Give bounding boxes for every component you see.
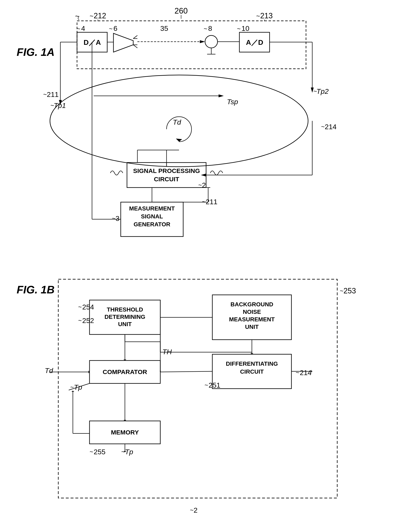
svg-text:254: 254	[82, 303, 94, 311]
svg-text:~: ~	[321, 123, 325, 130]
svg-text:~: ~	[43, 91, 47, 98]
svg-text:~: ~	[90, 12, 93, 20]
svg-text:DETERMINING: DETERMINING	[104, 314, 145, 320]
svg-text:GENERATOR: GENERATOR	[134, 221, 170, 228]
svg-text:MEMORY: MEMORY	[111, 429, 139, 436]
svg-text:10: 10	[241, 24, 249, 32]
svg-marker-16	[113, 33, 133, 52]
svg-marker-24	[200, 40, 205, 43]
svg-text:214: 214	[300, 369, 312, 377]
svg-text:CIRCUIT: CIRCUIT	[240, 368, 264, 375]
svg-line-17	[133, 35, 138, 38]
svg-marker-53	[219, 95, 224, 97]
svg-text:35: 35	[160, 24, 168, 32]
svg-rect-83	[58, 279, 337, 498]
svg-text:SIGNAL PROCESSING: SIGNAL PROCESSING	[133, 167, 200, 174]
svg-text:~: ~	[190, 507, 193, 513]
svg-text:8: 8	[208, 24, 212, 32]
svg-text:253: 253	[343, 286, 356, 295]
svg-text:UNIT: UNIT	[245, 324, 258, 330]
svg-text:2: 2	[202, 181, 206, 189]
svg-text:~: ~	[50, 102, 54, 109]
svg-text:MEASUREMENT: MEASUREMENT	[229, 316, 275, 323]
svg-text:~: ~	[78, 304, 82, 310]
svg-text:MEASUREMENT: MEASUREMENT	[129, 205, 175, 212]
svg-text:~: ~	[256, 12, 260, 20]
svg-text:4: 4	[81, 24, 85, 32]
svg-marker-82	[201, 174, 206, 177]
svg-text:211: 211	[47, 90, 59, 98]
svg-text:255: 255	[94, 448, 106, 456]
svg-text:NOISE: NOISE	[243, 309, 261, 315]
svg-text:Tp: Tp	[125, 448, 133, 456]
svg-text:252: 252	[82, 316, 94, 324]
svg-text:212: 212	[94, 11, 106, 20]
svg-line-20	[133, 45, 138, 48]
svg-text:213: 213	[260, 11, 273, 20]
svg-text:THRESHOLD: THRESHOLD	[107, 306, 143, 313]
svg-text:~: ~	[202, 198, 206, 205]
svg-text:251: 251	[209, 381, 220, 389]
svg-text:260: 260	[174, 7, 188, 15]
svg-text:UNIT: UNIT	[118, 321, 132, 327]
svg-marker-130	[311, 370, 312, 373]
svg-text:~: ~	[90, 448, 93, 455]
svg-text:~: ~	[204, 381, 208, 389]
svg-text:~: ~	[78, 317, 82, 324]
svg-text:211: 211	[206, 198, 218, 206]
svg-marker-43	[176, 139, 182, 142]
svg-text:~: ~	[77, 25, 80, 32]
svg-text:~: ~	[204, 25, 207, 32]
svg-text:COMPARATOR: COMPARATOR	[103, 368, 147, 375]
svg-text:Tp2: Tp2	[316, 87, 329, 95]
svg-text:~: ~	[237, 25, 241, 32]
svg-text:A／D: A／D	[246, 38, 263, 46]
svg-text:~: ~	[112, 215, 116, 222]
svg-text:BACKGROUND: BACKGROUND	[230, 301, 273, 308]
svg-text:~: ~	[198, 181, 202, 188]
svg-text:Tsp: Tsp	[227, 98, 238, 106]
svg-text:~: ~	[109, 25, 113, 32]
fig-1a-diagram: 260 ~ 212 ~ 213 ~ 4 ~ D／A 6 ~ 35	[0, 0, 413, 263]
svg-text:6: 6	[113, 24, 117, 32]
svg-text:Td: Td	[173, 118, 181, 126]
svg-text:CIRCUIT: CIRCUIT	[154, 176, 179, 182]
svg-point-27	[205, 35, 218, 48]
svg-text:SIGNAL: SIGNAL	[141, 213, 163, 220]
svg-text:2: 2	[193, 506, 198, 514]
svg-text:3: 3	[116, 214, 119, 222]
svg-text:~: ~	[340, 287, 343, 294]
svg-text:214: 214	[325, 123, 337, 131]
svg-line-128	[160, 371, 212, 372]
svg-text:~: ~	[296, 369, 299, 376]
page: FIG. 1A FIG. 1B 260 ~ 212 ~ 213 ~ 4 ~ D／…	[0, 0, 413, 532]
svg-text:~: ~	[75, 12, 79, 20]
fig-1b-diagram: 253 ~ THRESHOLD DETERMINING UNIT 254 ~ 2…	[0, 263, 413, 532]
svg-text:Td: Td	[45, 367, 53, 374]
svg-text:TH: TH	[162, 348, 172, 356]
svg-text:DIFFERENTIATING: DIFFERENTIATING	[226, 361, 278, 367]
svg-text:~: ~	[313, 88, 317, 95]
